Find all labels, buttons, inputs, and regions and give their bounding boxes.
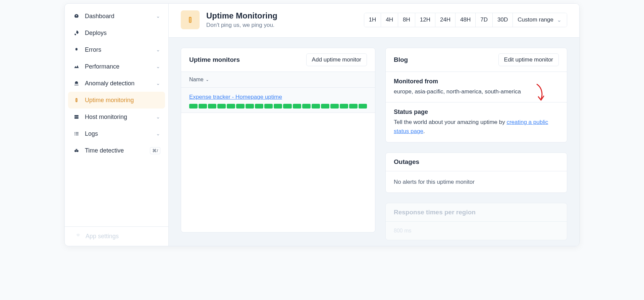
range-30d[interactable]: 30D — [493, 13, 513, 27]
settings-label: App settings — [86, 233, 119, 240]
response-times-card: Response times per region 800 ms — [385, 203, 567, 240]
sidebar-item-settings[interactable]: App settings — [65, 226, 168, 246]
svg-rect-7 — [76, 132, 78, 133]
uptime-bar — [349, 104, 358, 109]
svg-rect-5 — [74, 117, 78, 119]
sidebar-item-dashboard[interactable]: Dashboard ⌄ — [68, 8, 165, 25]
outages-empty-text: No alerts for this uptime monitor — [386, 171, 567, 192]
binoculars-icon — [73, 147, 80, 154]
uptime-bar — [321, 104, 329, 109]
range-1h[interactable]: 1H — [364, 13, 381, 27]
uptime-bar — [293, 104, 301, 109]
sidebar-label: Deploys — [85, 30, 107, 37]
svg-point-16 — [190, 18, 191, 19]
sidebar-label: Logs — [85, 130, 98, 137]
sidebar-label: Host monitoring — [85, 114, 127, 121]
svg-point-12 — [74, 150, 76, 152]
page-title: Uptime Monitoring — [206, 11, 277, 20]
rocket-icon — [73, 30, 80, 36]
chevron-down-icon: ⌄ — [156, 80, 160, 86]
svg-rect-8 — [74, 133, 75, 134]
status-page-label: Status page — [394, 109, 559, 116]
chevron-down-icon: ⌄ — [156, 63, 160, 70]
range-custom-label: Custom range — [518, 16, 553, 23]
sidebar-item-logs[interactable]: Logs ⌄ — [68, 125, 165, 142]
svg-rect-11 — [76, 135, 78, 135]
response-title: Response times per region — [394, 209, 476, 216]
svg-rect-14 — [76, 149, 77, 150]
uptime-bar — [208, 104, 216, 109]
range-8h[interactable]: 8H — [398, 13, 415, 27]
y-axis-tick: 800 ms — [394, 228, 559, 234]
svg-rect-9 — [76, 133, 78, 134]
sidebar-item-performance[interactable]: Performance ⌄ — [68, 58, 165, 75]
server-icon — [73, 114, 80, 120]
range-12h[interactable]: 12H — [415, 13, 435, 27]
main-area: Uptime Monitoring Don't ping us, we ping… — [169, 4, 579, 246]
sidebar-label: Uptime monitoring — [85, 97, 134, 104]
topbar: Uptime Monitoring Don't ping us, we ping… — [169, 4, 579, 38]
uptime-bars — [189, 104, 367, 109]
sidebar-label: Errors — [85, 46, 101, 53]
status-page-text: Tell the world about your amazing uptime… — [394, 118, 559, 136]
uptime-bar — [330, 104, 339, 109]
svg-point-3 — [76, 101, 77, 101]
svg-rect-10 — [74, 135, 75, 135]
uptime-bar — [255, 104, 263, 109]
range-48h[interactable]: 48H — [455, 13, 476, 27]
uptime-bar — [359, 104, 367, 109]
svg-rect-4 — [74, 115, 78, 117]
sidebar-item-uptime[interactable]: Uptime monitoring — [68, 92, 165, 109]
traffic-light-icon — [73, 97, 80, 103]
speed-icon — [73, 63, 80, 70]
sidebar-label: Dashboard — [85, 13, 114, 20]
svg-point-2 — [76, 100, 77, 100]
uptime-bar — [246, 104, 254, 109]
uptime-bar — [312, 104, 320, 109]
name-column-label: Name — [189, 77, 204, 83]
uptime-bar — [189, 104, 198, 109]
range-custom[interactable]: Custom range ⌄ — [513, 13, 567, 27]
svg-point-17 — [190, 19, 191, 20]
range-4h[interactable]: 4H — [381, 13, 398, 27]
sidebar-item-errors[interactable]: Errors ⌄ — [68, 41, 165, 58]
add-monitor-button[interactable]: Add uptime monitor — [306, 53, 367, 66]
svg-point-13 — [76, 150, 78, 152]
uptime-bar — [217, 104, 226, 109]
uptime-bar — [340, 104, 348, 109]
outages-card: Outages No alerts for this uptime monito… — [385, 153, 567, 193]
chevron-down-icon: ⌄ — [156, 47, 160, 53]
uptime-bar — [302, 104, 311, 109]
bug-icon — [73, 47, 80, 53]
sidebar-item-host[interactable]: Host monitoring ⌄ — [68, 109, 165, 125]
uptime-bar — [236, 104, 245, 109]
monitors-column-header[interactable]: Name ⌄ — [181, 72, 375, 88]
range-24h[interactable]: 24H — [435, 13, 455, 27]
lines-icon — [73, 131, 80, 137]
shortcut-badge: ⌘/ — [150, 147, 160, 154]
edit-monitor-button[interactable]: Edit uptime monitor — [498, 53, 559, 66]
uptime-bar — [283, 104, 291, 109]
content: Uptime monitors Add uptime monitor Name … — [169, 38, 579, 246]
gear-icon — [75, 233, 81, 240]
sidebar-label: Time detective — [85, 147, 124, 154]
uptime-bar — [264, 104, 273, 109]
sidebar: Dashboard ⌄ Deploys Errors ⌄ Performance… — [65, 4, 169, 246]
details-title: Blog — [394, 56, 408, 63]
monitors-card: Uptime monitors Add uptime monitor Name … — [181, 48, 375, 232]
time-range-group: 1H 4H 8H 12H 24H 48H 7D 30D Custom range… — [364, 13, 567, 27]
chevron-down-icon: ⌄ — [156, 131, 160, 137]
svg-rect-6 — [74, 132, 75, 133]
chevron-down-icon: ⌄ — [206, 77, 209, 82]
range-7d[interactable]: 7D — [476, 13, 493, 27]
page-subtitle: Don't ping us, we ping you. — [206, 22, 277, 29]
sidebar-item-time-detective[interactable]: Time detective ⌘/ — [68, 142, 165, 159]
uptime-bar — [227, 104, 235, 109]
monitor-row[interactable]: Expense tracker - Homepage uptime — [181, 88, 375, 113]
monitor-link[interactable]: Expense tracker - Homepage uptime — [189, 94, 282, 100]
gauge-icon — [73, 13, 80, 19]
sidebar-item-deploys[interactable]: Deploys — [68, 25, 165, 41]
svg-point-18 — [190, 21, 191, 22]
chevron-down-icon: ⌄ — [156, 13, 160, 19]
sidebar-item-anomaly[interactable]: Anomaly detection ⌄ — [68, 75, 165, 92]
